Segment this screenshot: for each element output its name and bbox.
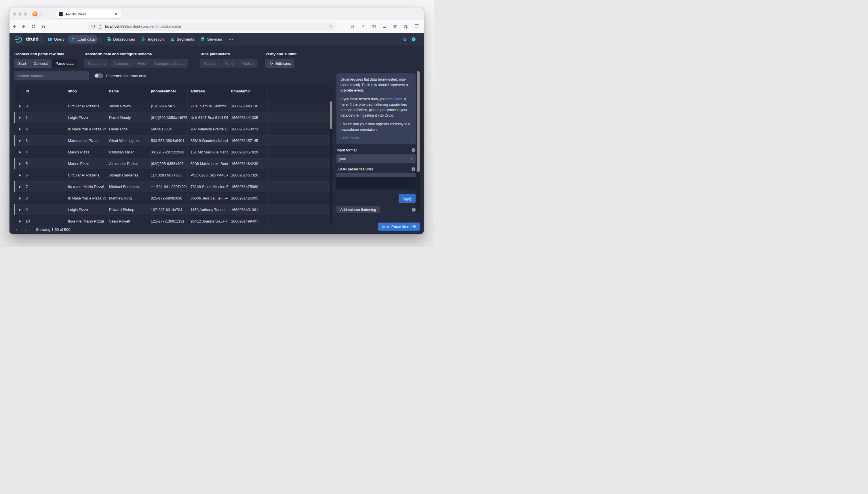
expand-arrow-icon[interactable] [19, 163, 21, 165]
page-info-icon[interactable] [98, 24, 102, 29]
row-expander[interactable] [15, 100, 23, 112]
column-header-timestamp[interactable]: timestamp [228, 87, 268, 100]
row-expander[interactable] [15, 215, 23, 225]
column-header-address[interactable]: address [188, 87, 228, 100]
row-expander[interactable] [15, 204, 23, 215]
adguard-shield-icon[interactable]: 10 [392, 24, 397, 29]
next-parse-time-button[interactable]: Next: Parse time [378, 223, 420, 231]
minimize-window-button[interactable] [18, 12, 22, 16]
info-icon[interactable]: i [412, 208, 416, 212]
druid-favicon-icon [59, 12, 63, 16]
apply-button[interactable]: Apply [399, 194, 416, 203]
forward-icon[interactable] [22, 24, 26, 29]
step-button-filter[interactable]: Filter [134, 59, 151, 68]
nav-item-query[interactable]: Query [44, 35, 68, 43]
step-button-connect[interactable]: Connect [30, 59, 52, 68]
expand-arrow-icon[interactable] [19, 186, 21, 188]
library-icon[interactable] [361, 24, 365, 29]
expand-arrow-icon[interactable] [19, 151, 21, 153]
add-column-flattening-button[interactable]: Add column flattening [336, 206, 380, 213]
shield-check-extension-icon[interactable] [350, 24, 354, 29]
cell-timestamp: 1668961467320 [228, 169, 268, 181]
cell-shop: Mammamia Pizza [65, 135, 106, 146]
table-row: 3Mammamia PizzaChad Washington503-558-39… [15, 135, 334, 146]
input-format-select[interactable]: json ▼ [336, 154, 416, 163]
cell-phoneNumber: (611)549-3353x14675 [148, 112, 188, 123]
expand-arrow-icon[interactable] [19, 197, 21, 200]
step-button-configure-schema[interactable]: Configure schema [151, 59, 189, 68]
json-parser-features-input[interactable] [336, 173, 416, 189]
flatten-link[interactable]: flatten [393, 97, 403, 101]
tag-input-field[interactable] [336, 173, 416, 177]
previous-page-icon[interactable]: ‹ [14, 227, 19, 232]
expand-arrow-icon[interactable] [19, 128, 21, 130]
row-expander[interactable] [15, 135, 23, 146]
nav-item-services[interactable]: Services [197, 35, 225, 43]
expand-arrow-icon[interactable] [19, 209, 21, 211]
row-expander[interactable] [15, 112, 23, 123]
step-button-parse-data[interactable]: Parse data [52, 59, 77, 68]
nav-item-[interactable]: ••• [225, 35, 236, 43]
step-button-start[interactable]: Start [14, 59, 30, 68]
containers-fence-icon[interactable] [382, 24, 387, 29]
table-row: 10Its-a me! Mario Pizza!Sean Powell121-2… [15, 215, 334, 225]
row-expander[interactable] [15, 123, 23, 135]
nav-item-ingestion[interactable]: Ingestion [138, 35, 167, 43]
column-header-id[interactable]: id [23, 87, 65, 100]
privacy-power-icon[interactable] [403, 24, 408, 29]
step-button-transform[interactable]: Transform [110, 59, 134, 68]
druid-logo[interactable]: druid [14, 36, 39, 43]
help-icon[interactable]: ? [411, 37, 416, 41]
expand-arrow-icon[interactable] [19, 140, 21, 142]
table-scrollbar-thumb[interactable] [330, 101, 332, 129]
row-expander[interactable] [15, 169, 23, 181]
flattened-columns-toggle[interactable] [94, 73, 103, 78]
zoom-window-button[interactable] [24, 12, 27, 16]
cell-phoneNumber: 503-558-3904x6401 [148, 135, 188, 146]
back-icon[interactable] [12, 24, 16, 29]
row-expander[interactable] [15, 158, 23, 169]
column-header-phoneNumber[interactable]: phoneNumber [148, 87, 188, 100]
reload-icon[interactable] [31, 24, 36, 29]
expand-arrow-icon[interactable] [19, 220, 21, 223]
cell-address: 151 Michael Rue Nanc [188, 146, 228, 158]
column-header-name[interactable]: name [106, 87, 148, 100]
tab-close-icon[interactable] [114, 12, 118, 16]
browser-tab[interactable]: Apache Druid [56, 10, 121, 18]
nav-item-datasources[interactable]: Datasources [103, 35, 138, 43]
row-expander[interactable] [15, 181, 23, 192]
learn-more-link[interactable]: Learn more [341, 136, 359, 140]
bookmark-star-icon[interactable]: ☆ [329, 24, 332, 29]
column-header-shop[interactable]: shop [65, 87, 106, 100]
expand-arrow-icon[interactable] [19, 174, 21, 176]
panel-scrollbar[interactable] [417, 69, 420, 212]
gear-icon[interactable] [402, 37, 407, 41]
step-button-partition[interactable]: Partition [200, 59, 221, 68]
nav-item-segments[interactable]: Segments [167, 35, 197, 43]
info-icon[interactable]: i [411, 167, 415, 171]
row-expander[interactable] [15, 192, 23, 204]
url-bar[interactable]: localhost:8888/unified-console.html#data… [88, 22, 335, 31]
cell-timestamp: 1668961457145 [228, 135, 268, 146]
step-button-publish[interactable]: Publish [238, 59, 257, 68]
home-icon[interactable] [41, 24, 46, 29]
menu-icon[interactable] [414, 24, 419, 29]
step-button-edit-spec[interactable]: Edit spec [265, 59, 294, 68]
table-row: 4Marios PizzaChristian Miller341-267-287… [15, 146, 334, 158]
nav-item-load-data[interactable]: Load data [67, 35, 98, 43]
step-button-parse-time[interactable]: Parse time [84, 59, 110, 68]
tag-input-area[interactable] [336, 177, 416, 189]
expand-arrow-icon[interactable] [19, 105, 21, 107]
tracking-shield-icon[interactable] [91, 24, 96, 29]
info-icon[interactable]: i [411, 148, 415, 152]
row-expander[interactable] [15, 146, 23, 158]
cell-shop: Marios Pizza [65, 158, 106, 169]
expand-arrow-icon[interactable] [19, 117, 21, 119]
search-columns-input[interactable] [14, 71, 89, 80]
sidebar-icon[interactable] [371, 24, 376, 29]
step-button-tune[interactable]: Tune [221, 59, 238, 68]
next-page-icon[interactable]: › [23, 227, 28, 232]
close-window-button[interactable] [13, 12, 16, 16]
table-scrollbar[interactable] [330, 100, 332, 225]
panel-scrollbar-thumb[interactable] [417, 71, 420, 172]
